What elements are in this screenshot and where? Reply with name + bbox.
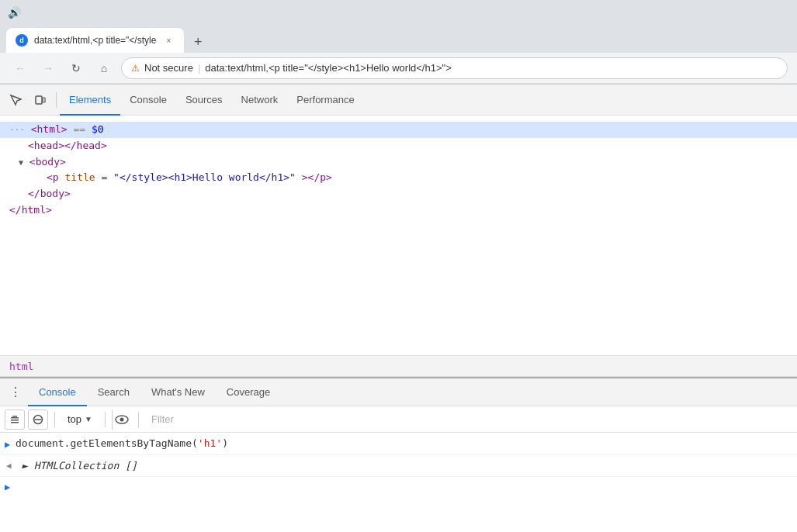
tab-performance[interactable]: Performance	[287, 85, 363, 116]
svg-rect-3	[12, 416, 17, 417]
main-area: Elements Console Sources Network Perform…	[0, 84, 797, 532]
bottom-tab-whats-new[interactable]: What's New	[140, 378, 216, 406]
svg-rect-1	[43, 98, 45, 102]
context-selector[interactable]: top ▼	[61, 412, 99, 427]
dollar-zero: $0	[92, 123, 104, 135]
new-tab-button[interactable]: +	[187, 31, 209, 53]
toolbar-divider	[54, 412, 55, 427]
volume-icon: 🔊	[6, 5, 22, 20]
return-arrow: ◀	[6, 460, 12, 473]
filter-input[interactable]	[145, 413, 792, 425]
tab-title: data:text/html,<p title="</style	[34, 35, 156, 46]
address-bar: ← → ↻ ⌂ ⚠ Not secure | data:text/html,<p…	[0, 53, 797, 84]
html-open-tag: <html>	[31, 123, 68, 135]
p-open: <p	[47, 171, 64, 183]
tab-bar: d data:text/html,<p title="</style × +	[0, 25, 797, 53]
toolbar-divider-3	[138, 412, 139, 427]
console-output: ▶ document.getElementsByTagName('h1') ◀ …	[0, 433, 797, 532]
title-value: "</style><h1>Hello world</h1>"	[113, 171, 296, 183]
toolbar-divider-2	[105, 412, 106, 427]
elements-panel: ··· <html> == $0 <head></head> ▼ <body> …	[0, 116, 797, 355]
tab-divider	[56, 92, 57, 108]
console-toolbar: top ▼	[0, 406, 797, 433]
no-entry-button[interactable]	[28, 409, 48, 430]
svg-point-9	[120, 417, 124, 421]
tab-elements[interactable]: Elements	[60, 85, 120, 116]
input-arrow: ▶	[5, 437, 10, 451]
svg-rect-5	[11, 422, 19, 423]
tab-console[interactable]: Console	[120, 85, 176, 116]
title-attr: title	[64, 171, 95, 183]
tab-network[interactable]: Network	[232, 85, 288, 116]
title-bar-left: 🔊	[6, 5, 22, 20]
devtools-panel: Elements Console Sources Network Perform…	[0, 84, 797, 532]
more-tabs-button[interactable]: ⋮	[3, 380, 28, 405]
context-label: top	[68, 413, 81, 425]
clear-console-button[interactable]	[5, 409, 25, 430]
p-tag-line[interactable]: <p title = "</style><h1>Hello world</h1>…	[0, 170, 797, 186]
bottom-tab-bar: ⋮ Console Search What's New Coverage	[0, 378, 797, 406]
eye-button[interactable]	[112, 409, 132, 430]
url-separator: |	[198, 62, 200, 74]
not-secure-label: Not secure	[144, 62, 193, 74]
console-command-text: document.getElementsByTagName('h1')	[16, 436, 228, 451]
back-button[interactable]: ←	[9, 57, 31, 79]
tab-favicon: d	[16, 34, 28, 47]
bottom-tab-coverage[interactable]: Coverage	[216, 378, 281, 406]
html-root-line[interactable]: ··· <html> == $0	[0, 122, 797, 138]
tab-close-button[interactable]: ×	[162, 34, 175, 47]
context-dropdown-arrow: ▼	[85, 415, 92, 423]
svg-rect-2	[11, 417, 19, 419]
security-warning-icon: ⚠	[131, 63, 140, 74]
head-tag: <head></head>	[28, 140, 107, 151]
html-close-line[interactable]: </html>	[0, 202, 797, 219]
forward-button[interactable]: →	[37, 57, 59, 79]
url-text: data:text/html,<p title="</style><h1>Hel…	[205, 62, 451, 74]
inspect-element-button[interactable]	[3, 88, 28, 112]
devtools-tab-bar: Elements Console Sources Network Perform…	[0, 85, 797, 116]
equals-label: ==	[74, 123, 92, 135]
collapse-dots: ···	[9, 125, 25, 135]
breadcrumb-bar: html	[0, 355, 797, 377]
device-toolbar-button[interactable]	[28, 88, 53, 112]
refresh-button[interactable]: ↻	[65, 57, 87, 79]
body-triangle: ▼	[19, 158, 23, 167]
tab-sources[interactable]: Sources	[176, 85, 232, 116]
attr-equals: =	[101, 171, 107, 183]
svg-rect-4	[11, 420, 19, 421]
body-open-tag: <body>	[29, 156, 66, 168]
console-prompt-line[interactable]: ▶	[0, 477, 797, 499]
head-line[interactable]: <head></head>	[0, 138, 797, 154]
body-close-tag: </body>	[28, 188, 71, 199]
body-close-line[interactable]: </body>	[0, 186, 797, 202]
svg-rect-0	[36, 96, 42, 104]
breadcrumb-html[interactable]: html	[9, 361, 33, 372]
prompt-arrow: ▶	[5, 482, 10, 492]
title-bar: 🔊	[0, 0, 797, 25]
browser-tab[interactable]: d data:text/html,<p title="</style ×	[6, 28, 184, 53]
bottom-tab-console[interactable]: Console	[28, 378, 87, 406]
p-close: ></p>	[302, 171, 332, 183]
body-open-line[interactable]: ▼ <body>	[0, 154, 797, 171]
bottom-tab-search[interactable]: Search	[87, 378, 140, 406]
console-result-text: ► HTMLCollection []	[22, 458, 137, 474]
console-return-line: ◀ ► HTMLCollection []	[0, 455, 797, 478]
console-input-line: ▶ document.getElementsByTagName('h1')	[0, 433, 797, 455]
home-button[interactable]: ⌂	[93, 57, 115, 79]
bottom-panel: ⋮ Console Search What's New Coverage	[0, 377, 797, 532]
url-bar[interactable]: ⚠ Not secure | data:text/html,<p title="…	[121, 57, 788, 79]
html-close-tag: </html>	[9, 204, 52, 216]
